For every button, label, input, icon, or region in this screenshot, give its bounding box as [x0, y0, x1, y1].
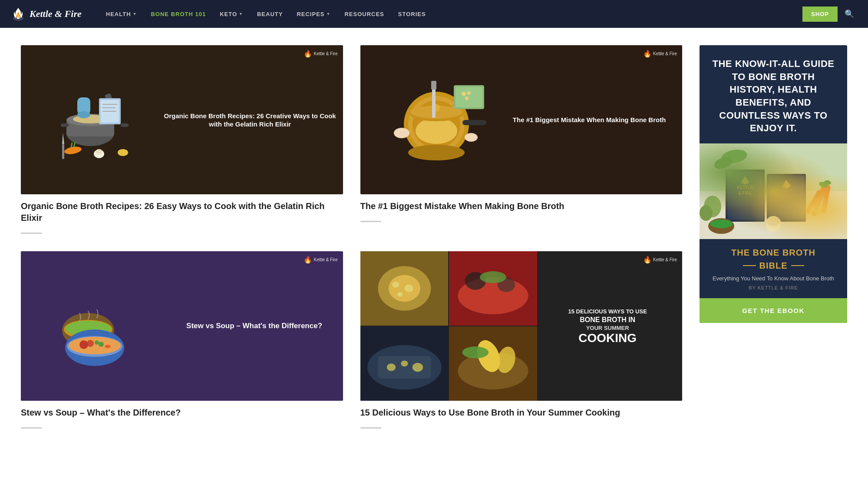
book-cover-art: KETTLE & FIRE: [700, 143, 847, 239]
svg-point-50: [99, 342, 104, 347]
article-divider-3: [21, 427, 42, 429]
article-thumb-3[interactable]: Stew vs Soup – What's the Difference? 🔥 …: [21, 251, 343, 400]
svg-point-63: [480, 272, 506, 283]
article-thumb-1[interactable]: Organic Bone Broth Recipes: 26 Creative …: [21, 45, 343, 194]
svg-point-83: [704, 196, 721, 217]
nav-item-recipes[interactable]: RECIPES ▼: [290, 0, 337, 28]
svg-point-40: [394, 128, 409, 138]
article-title-3[interactable]: Stew vs Soup – What's the Difference?: [21, 407, 343, 419]
cooking-illustration: [21, 45, 182, 194]
svg-point-47: [69, 337, 121, 354]
svg-point-69: [412, 363, 422, 372]
svg-point-90: [766, 216, 781, 232]
svg-rect-5: [61, 123, 69, 127]
nav-item-health[interactable]: HEALTH ▼: [99, 0, 144, 28]
nav-item-beauty[interactable]: BEAUTY: [250, 0, 290, 28]
nav-item-bone-broth-101[interactable]: BONE BROTH 101: [144, 0, 213, 28]
ebook-cta-button[interactable]: GET THE EBOOK: [700, 298, 847, 323]
book-byline: BY KETTLE & FIRE: [708, 285, 838, 290]
flame-logo-icon: [10, 6, 26, 22]
sidebar: THE KNOW-IT-ALL GUIDE TO BONE BROTH HIST…: [700, 45, 847, 429]
card1-overlay-text: Organic Bone Broth Recipes: 26 Creative …: [162, 111, 339, 128]
sidebar-headline: THE KNOW-IT-ALL GUIDE TO BONE BROTH HIST…: [700, 45, 847, 143]
shop-button[interactable]: SHOP: [802, 7, 838, 22]
photo-collage: [360, 251, 538, 400]
pot-illustration: [360, 45, 521, 194]
article-card-2: The #1 Biggest Mistake When Making Bone …: [360, 45, 683, 234]
flame-icon: 🔥: [643, 50, 652, 58]
main-nav: Kettle & Fire HEALTH ▼ BONE BROTH 101 KE…: [0, 0, 868, 28]
svg-text:& FIRE: & FIRE: [738, 191, 752, 196]
svg-point-51: [95, 340, 99, 345]
book-title-text: THE BONE BROTH BIBLE: [708, 247, 838, 271]
svg-point-19: [118, 149, 128, 156]
svg-point-41: [465, 133, 478, 142]
svg-line-17: [71, 143, 72, 147]
svg-rect-66: [378, 356, 431, 378]
flame-icon: 🔥: [304, 50, 312, 58]
thumb-logo-1: 🔥 Kettle & Fire: [304, 50, 337, 58]
svg-rect-77: [726, 170, 765, 222]
nav-item-stories[interactable]: STORIES: [391, 0, 433, 28]
book-title-badge: THE BONE BROTH BIBLE Everything You Need…: [700, 239, 847, 298]
articles-grid: Organic Bone Broth Recipes: 26 Creative …: [21, 45, 682, 429]
article-divider-4: [360, 427, 381, 429]
photo-cell-4: [449, 326, 537, 401]
card3-overlay-text: Stew vs Soup – What's the Difference?: [182, 321, 327, 331]
svg-point-95: [713, 155, 734, 171]
svg-point-27: [416, 118, 457, 144]
svg-point-84: [700, 205, 713, 221]
article-title-1[interactable]: Organic Bone Broth Recipes: 26 Easy Ways…: [21, 200, 343, 224]
svg-rect-78: [727, 171, 763, 220]
svg-point-88: [818, 181, 828, 189]
main-content: Organic Bone Broth Recipes: 26 Creative …: [0, 28, 868, 446]
svg-point-58: [397, 292, 403, 296]
svg-rect-85: [811, 186, 826, 217]
svg-point-68: [401, 361, 408, 367]
chevron-down-icon: ▼: [239, 12, 243, 16]
thumb-logo-4: 🔥 Kettle & Fire: [643, 256, 677, 264]
flame-icon: 🔥: [304, 256, 312, 264]
article-thumb-2[interactable]: The #1 Biggest Mistake When Making Bone …: [360, 45, 683, 194]
svg-rect-36: [455, 87, 482, 107]
svg-rect-87: [805, 190, 822, 214]
svg-rect-86: [821, 185, 831, 213]
book-subtitle: Everything You Need To Know About Bone B…: [708, 275, 838, 283]
svg-point-16: [64, 145, 82, 155]
svg-rect-76: [700, 191, 847, 239]
search-icon[interactable]: 🔍: [841, 9, 858, 19]
svg-rect-82: [769, 176, 804, 220]
svg-line-18: [74, 142, 75, 147]
svg-point-23: [96, 149, 102, 154]
photo-cell-1: [360, 251, 449, 326]
nav-item-keto[interactable]: KETO ▼: [213, 0, 250, 28]
flame-icon: 🔥: [643, 256, 652, 264]
svg-point-38: [467, 91, 471, 95]
article-divider-2: [360, 221, 381, 222]
chevron-down-icon: ▼: [327, 12, 331, 16]
article-title-4[interactable]: 15 Delicious Ways to Use Bone Broth in Y…: [360, 407, 683, 419]
svg-rect-81: [767, 174, 806, 222]
svg-point-67: [386, 363, 395, 371]
chevron-down-icon: ▼: [133, 12, 137, 16]
svg-point-94: [720, 148, 748, 165]
article-card-3: Stew vs Soup – What's the Difference? 🔥 …: [21, 251, 343, 428]
svg-point-91: [767, 217, 779, 226]
title-line-right: [791, 265, 804, 266]
svg-point-39: [465, 96, 469, 100]
svg-point-92: [708, 218, 734, 234]
nav-item-resources[interactable]: RESOURCES: [337, 0, 391, 28]
svg-marker-21: [62, 133, 64, 144]
soup-illustration: [21, 251, 182, 400]
svg-rect-31: [462, 120, 486, 125]
svg-point-56: [392, 282, 399, 288]
brand-logo[interactable]: Kettle & Fire: [10, 6, 82, 22]
photo-cell-3: [360, 326, 449, 401]
article-card-4: 15 DELICIOUS WAYS TO USE BONE BROTH IN Y…: [360, 251, 683, 428]
article-title-2[interactable]: The #1 Biggest Mistake When Making Bone …: [360, 200, 683, 212]
article-thumb-4[interactable]: 15 DELICIOUS WAYS TO USE BONE BROTH IN Y…: [360, 251, 683, 400]
svg-point-74: [462, 346, 489, 358]
article-card-1: Organic Bone Broth Recipes: 26 Creative …: [21, 45, 343, 234]
svg-point-37: [462, 92, 466, 96]
nav-links: HEALTH ▼ BONE BROTH 101 KETO ▼ BEAUTY RE…: [99, 0, 799, 28]
